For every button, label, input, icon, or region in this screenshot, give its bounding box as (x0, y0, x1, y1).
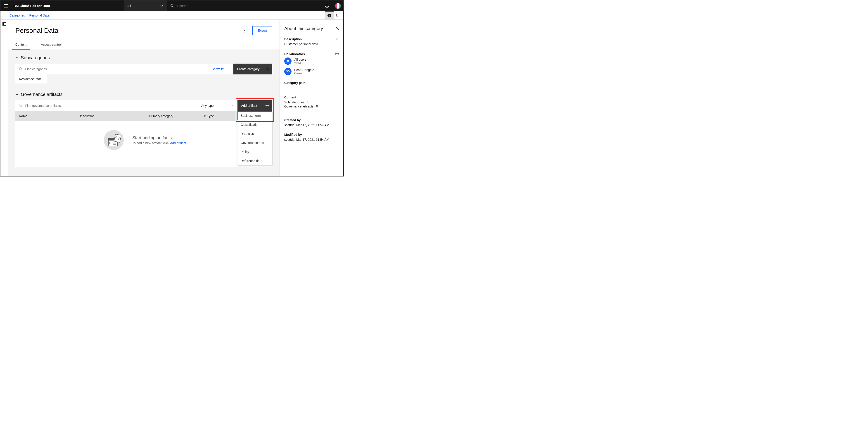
created-by-value: scottda, Mar 17, 2021 11:54 AM (284, 123, 339, 127)
subcategories-heading: Subcategories (21, 55, 50, 60)
add-artifact-link[interactable]: Add artifact (170, 141, 186, 145)
subcat-count-label: Subcategories: (284, 100, 305, 104)
breadcrumb-separator: / (27, 13, 28, 17)
svg-rect-9 (2, 23, 4, 26)
menu-item-business-term[interactable]: Business term (238, 111, 272, 120)
th-primary-category[interactable]: Primary category (149, 114, 204, 118)
description-label: Description (284, 37, 302, 41)
svg-point-46 (288, 60, 289, 61)
add-artifact-menu: Business term Classification Data class … (238, 111, 272, 166)
tab-access-control[interactable]: Access control (41, 40, 62, 50)
global-search[interactable] (167, 0, 248, 11)
list-icon (226, 68, 229, 70)
info-icon[interactable] (325, 11, 334, 20)
breadcrumb-root[interactable]: Categories (9, 13, 25, 17)
add-artifact-button[interactable]: Add artifact (238, 100, 272, 111)
empty-title: Start adding artifacts. (132, 135, 186, 140)
svg-point-19 (226, 70, 227, 70)
collaborator-initials: SD (284, 68, 291, 75)
governance-empty-state: Start adding artifacts. To add a new art… (16, 121, 272, 159)
chevron-down-icon (160, 5, 163, 7)
breadcrumb-current[interactable]: Personal Data (29, 13, 50, 17)
svg-rect-7 (329, 15, 330, 15)
find-categories-input[interactable] (25, 67, 204, 71)
svg-point-3 (171, 4, 173, 6)
page-title: Personal Data (16, 27, 240, 34)
th-type[interactable]: Type (204, 114, 234, 118)
subcategories-toolbar: Show list Create category (16, 64, 272, 74)
th-description[interactable]: Description (79, 114, 149, 118)
collaborator-role: Viewer (294, 61, 306, 64)
tabs: Content Access control (8, 40, 280, 50)
modified-by-value: scottda, Mar 17, 2021 11:54 AM (284, 138, 339, 142)
search-icon (19, 67, 22, 71)
notifications-icon[interactable] (321, 0, 333, 11)
type-filter[interactable]: Any type (197, 104, 238, 108)
add-artifact-label: Add artifact (241, 104, 257, 108)
about-panel-title: About this category (284, 26, 323, 31)
brand-prefix: IBM (13, 4, 20, 8)
topbar: IBM Cloud Pak for Data All (0, 0, 343, 11)
modified-by-label: Modified by (284, 133, 302, 137)
menu-item-governance-rule[interactable]: Governance rule (238, 138, 272, 147)
menu-icon[interactable] (0, 0, 11, 11)
export-button[interactable]: Export (252, 26, 272, 35)
create-category-button[interactable]: Create category (234, 64, 272, 74)
chat-icon[interactable] (334, 11, 343, 20)
collaborator-row: All users Viewer (284, 57, 339, 65)
show-list-label: Show list (212, 67, 224, 71)
svg-point-23 (19, 104, 22, 107)
governance-toggle[interactable]: Governance artifacts (16, 92, 272, 97)
subcategory-chip[interactable]: Residence infor... (16, 74, 47, 84)
chevron-down-icon (230, 105, 233, 107)
search-icon (170, 4, 174, 8)
plus-icon (266, 67, 269, 70)
add-collaborator-icon[interactable] (335, 52, 339, 56)
menu-item-policy[interactable]: Policy (238, 147, 272, 156)
svg-point-13 (19, 68, 22, 70)
description-value: Customer personal data. (284, 42, 339, 46)
sort-arrow-icon (204, 115, 206, 117)
empty-illustration (101, 130, 126, 150)
svg-point-10 (244, 29, 245, 29)
close-icon[interactable] (336, 27, 339, 31)
svg-rect-2 (4, 7, 8, 7)
panel-toggle-icon[interactable] (2, 22, 6, 26)
menu-item-data-class[interactable]: Data class (238, 129, 272, 138)
governance-toolbar: Any type Add artifact (16, 100, 272, 111)
scope-selector[interactable]: All (124, 0, 167, 11)
svg-point-11 (244, 30, 245, 31)
group-icon (284, 57, 291, 65)
collaborator-row: SD Scott Dangelo Owner (284, 68, 339, 75)
th-name[interactable]: Name (19, 114, 79, 118)
about-panel: About this category Description Customer… (280, 20, 343, 176)
svg-rect-22 (266, 69, 269, 69)
left-rail (0, 20, 8, 176)
chevron-up-icon (16, 56, 19, 60)
overflow-menu-icon[interactable] (240, 26, 248, 35)
brand-label: IBM Cloud Pak for Data (11, 4, 50, 8)
svg-rect-36 (114, 134, 121, 143)
edit-icon[interactable] (336, 37, 339, 41)
breadcrumb: Categories / Personal Data (0, 11, 343, 20)
menu-item-reference-data[interactable]: Reference data (238, 156, 272, 166)
collaborator-name: All users (294, 58, 306, 61)
menu-item-classification[interactable]: Classification (238, 120, 272, 129)
svg-point-45 (287, 60, 288, 61)
tab-content[interactable]: Content (12, 40, 30, 50)
collaborator-role: Owner (294, 72, 314, 75)
svg-rect-0 (4, 4, 8, 5)
svg-rect-1 (4, 6, 8, 6)
category-path-label: Category path (284, 81, 306, 85)
collaborator-name: Scott Dangelo (294, 68, 314, 72)
user-avatar[interactable] (333, 0, 343, 11)
show-list-link[interactable]: Show list (208, 67, 234, 71)
governance-table-header: Name Description Primary category Type (16, 111, 272, 121)
subcategories-toggle[interactable]: Subcategories (16, 55, 272, 60)
svg-line-24 (21, 106, 22, 107)
content-area: Subcategories Show list Create category (8, 50, 280, 176)
page-header: Personal Data Export (8, 20, 280, 35)
global-search-input[interactable] (177, 4, 244, 8)
svg-rect-6 (329, 16, 330, 17)
find-governance-input[interactable] (25, 104, 193, 108)
